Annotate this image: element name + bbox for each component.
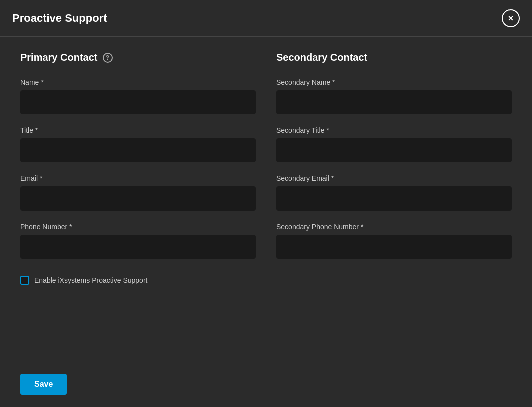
modal-container: Proactive Support × Primary Contact ? Na… [0, 0, 532, 407]
name-input[interactable] [20, 90, 256, 114]
sec-phone-label: Secondary Phone Number * [276, 223, 512, 231]
primary-contact-section: Primary Contact ? Name * Title * Email * [20, 52, 256, 271]
modal-footer: Save [0, 366, 532, 407]
close-button[interactable]: × [502, 9, 520, 27]
title-label: Title * [20, 126, 256, 134]
email-input[interactable] [20, 186, 256, 211]
title-field-group: Title * [20, 126, 256, 162]
enable-checkbox-row: Enable iXsystems Proactive Support [20, 276, 512, 285]
sec-phone-input[interactable] [276, 235, 512, 259]
sec-title-label: Secondary Title * [276, 126, 512, 134]
sec-name-field-group: Secondary Name * [276, 78, 512, 114]
sec-email-field-group: Secondary Email * [276, 174, 512, 211]
modal-header: Proactive Support × [0, 0, 532, 37]
enable-proactive-label[interactable]: Enable iXsystems Proactive Support [34, 276, 147, 284]
form-columns: Primary Contact ? Name * Title * Email * [20, 52, 512, 271]
secondary-contact-heading: Secondary Contact [276, 52, 512, 63]
help-icon[interactable]: ? [103, 53, 113, 63]
sec-title-input[interactable] [276, 138, 512, 162]
phone-field-group: Phone Number * [20, 223, 256, 259]
sec-name-input[interactable] [276, 90, 512, 114]
sec-email-input[interactable] [276, 186, 512, 211]
secondary-contact-section: Secondary Contact Secondary Name * Secon… [276, 52, 512, 271]
modal-title: Proactive Support [12, 12, 107, 25]
sec-name-label: Secondary Name * [276, 78, 512, 86]
sec-email-label: Secondary Email * [276, 174, 512, 182]
sec-title-field-group: Secondary Title * [276, 126, 512, 162]
email-label: Email * [20, 174, 256, 182]
phone-input[interactable] [20, 235, 256, 259]
save-button[interactable]: Save [20, 374, 67, 395]
email-field-group: Email * [20, 174, 256, 211]
phone-label: Phone Number * [20, 223, 256, 231]
title-input[interactable] [20, 138, 256, 162]
enable-proactive-checkbox[interactable] [20, 276, 29, 285]
name-field-group: Name * [20, 78, 256, 114]
sec-phone-field-group: Secondary Phone Number * [276, 223, 512, 259]
name-label: Name * [20, 78, 256, 86]
primary-contact-heading: Primary Contact ? [20, 52, 256, 63]
modal-body: Primary Contact ? Name * Title * Email * [0, 37, 532, 366]
